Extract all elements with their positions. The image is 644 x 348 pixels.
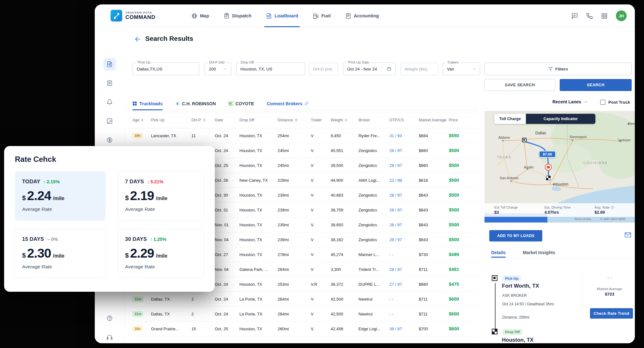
dropoff-field[interactable]: Drop Off Houston, TX, US: [236, 63, 305, 75]
sidebar-item-load-search[interactable]: [103, 58, 116, 70]
check-rate-trend-button[interactable]: Check Rate Trend: [590, 308, 633, 319]
cell-dtpcs[interactable]: 39 / 87: [389, 327, 419, 331]
column-header[interactable]: Drop Off: [239, 118, 278, 122]
nav-item-fuel[interactable]: Fuel: [313, 4, 331, 27]
apps-grid-icon[interactable]: [601, 13, 608, 19]
map-dropoff-marker-icon[interactable]: [546, 176, 551, 180]
load-row[interactable]: 11m Dallas, TX 2 Oct. 24 La Porte, TX 26…: [132, 307, 478, 321]
cell-dtpcs[interactable]: 28 / 97: [389, 223, 419, 227]
sidebar-item-analytics[interactable]: [103, 115, 116, 127]
column-header[interactable]: Weight: [331, 118, 358, 122]
tab-details[interactable]: Details: [491, 250, 506, 255]
nav-item-dispatch[interactable]: Dispatch: [224, 4, 251, 27]
column-header[interactable]: Market Average: [419, 118, 449, 122]
column-header[interactable]: Date: [215, 118, 239, 122]
chat-icon[interactable]: [571, 13, 578, 19]
recent-lanes-dropdown[interactable]: Recent Lanes: [552, 99, 588, 104]
dhd-field[interactable]: DH-D (mi): [309, 63, 338, 75]
map-pickup-marker-icon[interactable]: [522, 138, 527, 142]
column-header[interactable]: DH-P: [191, 118, 215, 122]
cell-market-average: $711: [419, 297, 449, 302]
cell-dtpcs[interactable]: - -: [389, 297, 419, 302]
post-truck-checkbox[interactable]: [600, 100, 605, 105]
tab-coyote[interactable]: COYOTE: [228, 97, 254, 110]
cell-dtpcs[interactable]: 22 / 98: [389, 178, 419, 183]
cell-dtpcs[interactable]: 28 / 87: [389, 267, 419, 272]
pickup-field[interactable]: *Pick Up Dallas,TX,US: [133, 63, 199, 75]
age-badge: 16h: [132, 326, 143, 332]
sidebar-item-documents[interactable]: [103, 77, 116, 89]
cell-broker: Edge Logi...: [358, 327, 389, 331]
column-header[interactable]: Distance: [278, 118, 311, 122]
pickup-date-field[interactable]: *Pick Up Date Oct 24 - Nov 24: [343, 63, 395, 75]
calendar-icon: [387, 67, 391, 71]
map-terms-link[interactable]: Terms of Use: [574, 217, 591, 221]
dhp-field[interactable]: DH-P (mi) 200: [205, 63, 231, 75]
cell-distance: 239mi: [278, 237, 311, 242]
cell-dtpcs[interactable]: 28 / 97: [389, 193, 419, 198]
cell-dtpcs[interactable]: - -: [389, 252, 419, 257]
load-row[interactable]: 16h Grand Prairie... 15 Oct. 25 Houston,…: [132, 321, 478, 336]
rate-box[interactable]: 30 DAYS ↑ 1.25% $ 2.29 /mile Average Rat…: [118, 229, 204, 278]
cell-dtpcs[interactable]: 28 / 97: [389, 163, 419, 168]
rate-box[interactable]: TODAY ↑ 2.15% $ 2.24 /mile Average Rate: [15, 171, 105, 221]
tab-connect-brokers[interactable]: Connect Brokers: [267, 97, 309, 110]
weight-field[interactable]: Weight (lbs): [400, 63, 438, 75]
load-row[interactable]: 18h Lancaster, TX 11 Oct. 24 Houston, TX…: [132, 128, 478, 143]
column-header[interactable]: Trailer: [311, 118, 331, 122]
trailers-field[interactable]: Trailers Van: [443, 63, 480, 75]
cell-dropoff: Houston, TX: [239, 163, 278, 168]
phone-icon[interactable]: [586, 13, 593, 19]
column-header[interactable]: Price: [449, 118, 478, 122]
rate-box[interactable]: 7 DAYS ↓ 5.21% $ 2.19 /mile Average Rate: [118, 171, 204, 221]
add-to-my-loads-button[interactable]: ADD TO MY LOADS: [489, 230, 542, 241]
rate-box[interactable]: 15 DAYS -- 0% $ 2.30 /mile Average Rate: [15, 229, 105, 278]
sidebar-item-notifications[interactable]: [103, 96, 116, 108]
cell-dtpcs[interactable]: 27 / 97: [389, 282, 419, 287]
map-truck-marker-icon[interactable]: [545, 164, 552, 171]
filters-button[interactable]: Filters: [485, 63, 632, 75]
column-header[interactable]: Broker: [358, 118, 389, 122]
loadboard-icon: [266, 13, 272, 19]
sort-icon[interactable]: [345, 118, 347, 122]
column-header[interactable]: DTP/CS: [389, 118, 419, 122]
tab-ch-robinson[interactable]: C.H. ROBINSON: [175, 97, 216, 110]
cell-market-average: $643: [419, 237, 449, 242]
column-header[interactable]: Pick Up: [151, 118, 191, 122]
cell-market-average: $616: [419, 178, 449, 183]
toll-charge-toggle[interactable]: Toll Charge: [494, 114, 526, 124]
cell-broker: Ryder Fre...: [358, 133, 389, 138]
info-icon[interactable]: [611, 206, 614, 209]
cell-dtpcs[interactable]: 28 / 97: [389, 148, 419, 153]
nav-item-map[interactable]: Map: [191, 4, 209, 27]
cell-dtpcs[interactable]: 28 / 97: [389, 208, 419, 212]
cell-dtpcs[interactable]: 28 / 97: [389, 237, 419, 242]
brand-logo[interactable]: TRUCKER PATH COMMAND: [111, 10, 155, 21]
load-row[interactable]: 11m Dallas, TX 2 Oct. 24 La Porte, TX 26…: [132, 292, 478, 307]
sort-icon[interactable]: [203, 118, 206, 122]
search-button[interactable]: SEARCH: [560, 79, 632, 91]
sidebar-item-payments[interactable]: [103, 134, 116, 146]
sort-icon[interactable]: [295, 118, 298, 122]
back-arrow-icon[interactable]: [134, 35, 141, 43]
column-header[interactable]: Age: [132, 118, 151, 122]
toll-price-badge[interactable]: $7.00: [539, 151, 556, 158]
route-stat: Avg. Rate $2.69: [594, 205, 635, 215]
save-search-button[interactable]: SAVE SEARCH: [485, 79, 555, 91]
user-avatar[interactable]: JH: [616, 10, 627, 21]
nav-item-accounting[interactable]: Accounting: [345, 4, 379, 27]
post-truck-toggle[interactable]: Post Truck: [600, 100, 630, 105]
sidebar-item-support[interactable]: [103, 331, 116, 343]
sort-icon[interactable]: [141, 118, 144, 122]
nav-item-loadboard[interactable]: Loadboard: [266, 4, 298, 27]
tab-truckloads[interactable]: Truckloads: [132, 97, 163, 110]
capacity-indicator-toggle[interactable]: Capacity Indicator: [526, 114, 595, 124]
headset-icon: [106, 334, 113, 340]
tab-market-insights[interactable]: Market Insights: [523, 250, 555, 255]
envelope-icon[interactable]: [624, 231, 632, 238]
route-map[interactable]: Abilene Dallas Shreveport Jackson Birmin…: [485, 111, 635, 223]
sidebar-item-help[interactable]: [103, 312, 116, 325]
cell-dtpcs[interactable]: - -: [389, 312, 419, 316]
cell-price: $500: [449, 222, 478, 227]
cell-dtpcs[interactable]: 31 / 93: [389, 133, 419, 138]
